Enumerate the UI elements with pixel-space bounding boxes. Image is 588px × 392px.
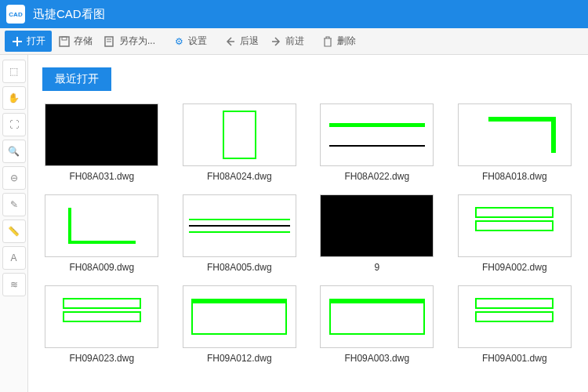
file-thumbnail (458, 285, 572, 348)
settings-button[interactable]: ⚙ 设置 (168, 31, 212, 51)
file-item[interactable]: FH08A005.dwg (180, 194, 299, 273)
file-thumbnail (320, 194, 434, 257)
save-button[interactable]: 存储 (53, 31, 97, 51)
file-item[interactable]: FH08A031.dwg (42, 103, 162, 182)
forward-label: 前进 (285, 34, 304, 48)
back-button[interactable]: 后退 (220, 31, 263, 51)
forward-button[interactable]: 前进 (265, 31, 309, 51)
settings-label: 设置 (188, 34, 207, 48)
select-icon[interactable]: ⬚ (2, 60, 26, 83)
gear-icon: ⚙ (172, 35, 185, 48)
layers-icon[interactable]: ≋ (2, 273, 26, 296)
file-thumbnail (320, 103, 434, 166)
file-item[interactable]: FH09A023.dwg (42, 285, 162, 364)
save-as-label: 另存为... (119, 34, 155, 48)
file-name-label: FH09A002.dwg (482, 262, 547, 273)
file-name-label: FH08A024.dwg (207, 171, 272, 182)
file-name-label: FH08A005.dwg (207, 262, 272, 273)
measure-icon[interactable]: 📏 (2, 220, 26, 243)
zoom-out-icon[interactable]: ⊖ (2, 166, 26, 190)
edit-icon[interactable]: ✎ (2, 193, 26, 216)
file-item[interactable]: FH09A002.dwg (456, 194, 575, 273)
file-item[interactable]: FH08A018.dwg (456, 103, 575, 182)
file-thumbnail (45, 285, 158, 348)
file-thumbnail (183, 103, 296, 166)
plus-icon (11, 35, 24, 48)
toolbar: 打开 存储 另存为... ⚙ 设置 后退 前进 删除 (0, 28, 588, 55)
file-item[interactable]: FH08A009.dwg (42, 194, 162, 273)
recent-section-title: 最近打开 (42, 67, 111, 91)
zoom-in-icon[interactable]: 🔍 (2, 140, 26, 163)
file-name-label: FH08A009.dwg (69, 262, 134, 273)
svg-rect-2 (60, 37, 69, 46)
file-thumbnail (45, 103, 158, 166)
save-label: 存储 (74, 34, 93, 48)
content-area: 最近打开 FH08A031.dwgFH08A024.dwgFH08A022.dw… (28, 55, 588, 392)
file-name-label: 9 (374, 262, 379, 273)
file-item[interactable]: FH08A022.dwg (318, 103, 437, 182)
file-name-label: FH09A003.dwg (344, 353, 409, 364)
file-item[interactable]: FH09A003.dwg (318, 285, 437, 364)
back-icon (224, 35, 237, 48)
file-item[interactable]: FH08A024.dwg (180, 103, 299, 182)
save-as-button[interactable]: 另存为... (99, 31, 160, 51)
save-icon (58, 35, 71, 48)
file-name-label: FH09A023.dwg (69, 353, 134, 364)
file-name-label: FH08A022.dwg (344, 171, 409, 182)
file-thumbnail (45, 194, 158, 257)
file-thumbnail (183, 194, 296, 257)
file-name-label: FH09A001.dwg (482, 353, 547, 364)
tool-sidebar: ⬚✋⛶🔍⊖✎📏A≋ (0, 55, 28, 392)
file-item[interactable]: 9 (318, 194, 437, 273)
trash-icon (321, 35, 334, 48)
file-grid: FH08A031.dwgFH08A024.dwgFH08A022.dwgFH08… (42, 103, 574, 364)
file-item[interactable]: FH09A012.dwg (180, 285, 299, 364)
svg-rect-1 (13, 41, 22, 42)
back-label: 后退 (240, 34, 259, 48)
save-as-icon (103, 35, 116, 48)
file-name-label: FH09A012.dwg (207, 353, 272, 364)
window-icon[interactable]: ⛶ (2, 113, 26, 136)
file-thumbnail (458, 194, 572, 257)
open-label: 打开 (27, 34, 45, 48)
forward-icon (270, 35, 282, 48)
file-name-label: FH08A018.dwg (482, 171, 547, 182)
text-icon[interactable]: A (2, 246, 26, 270)
pan-icon[interactable]: ✋ (2, 86, 26, 110)
file-item[interactable]: FH09A001.dwg (456, 285, 575, 364)
delete-button[interactable]: 删除 (317, 31, 361, 51)
titlebar: CAD 迅捷CAD看图 (0, 0, 588, 28)
delete-label: 删除 (337, 34, 356, 48)
open-button[interactable]: 打开 (5, 31, 52, 52)
app-logo-icon: CAD (6, 5, 25, 24)
file-thumbnail (183, 285, 296, 348)
file-name-label: FH08A031.dwg (69, 171, 134, 182)
file-thumbnail (320, 285, 434, 348)
file-thumbnail (458, 103, 572, 166)
app-title: 迅捷CAD看图 (33, 7, 105, 22)
